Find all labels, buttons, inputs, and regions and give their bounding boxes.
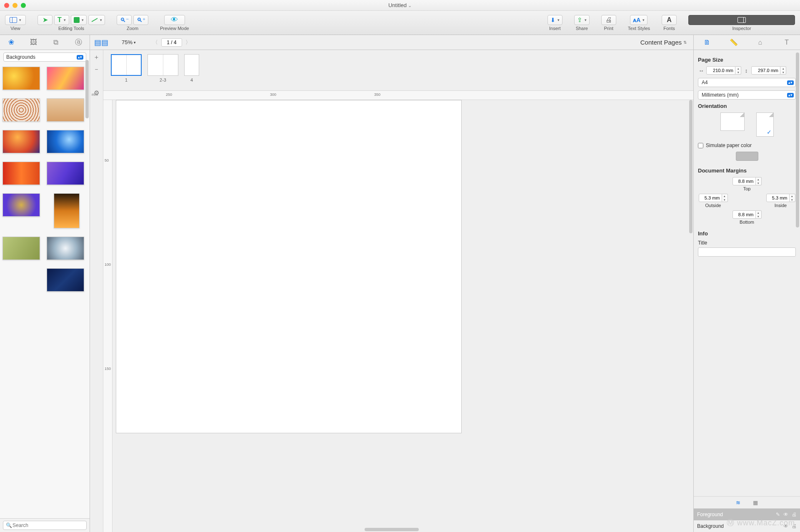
- margin-inside-label: Inside: [775, 203, 787, 208]
- edit-icon[interactable]: ✎: [776, 512, 780, 517]
- preview-button[interactable]: 👁: [164, 15, 185, 25]
- background-thumb[interactable]: [2, 162, 40, 185]
- page-thumb-2-3[interactable]: 2-3: [148, 54, 178, 82]
- layer-background[interactable]: Background 👁🖨: [694, 520, 800, 532]
- select-tool[interactable]: ➤: [38, 15, 52, 25]
- canvas-vertical-scrollbar[interactable]: [689, 100, 692, 233]
- inspector-tabs: 🗎 📏 ⌂ T: [693, 35, 800, 50]
- zoom-label: Zoom: [127, 26, 138, 31]
- page-canvas[interactable]: [116, 100, 462, 433]
- background-thumb[interactable]: [54, 193, 80, 228]
- fonts-button[interactable]: A: [662, 15, 677, 25]
- inspector-icon: [738, 17, 746, 23]
- page-viewport[interactable]: 50 100 150: [103, 100, 693, 532]
- zoom-in-button[interactable]: 🔍︎⁺: [133, 15, 148, 25]
- page-thumb-1[interactable]: 1: [111, 54, 142, 82]
- prev-page-button[interactable]: 〈: [152, 39, 158, 46]
- margin-top-field[interactable]: [732, 177, 756, 185]
- print-icon[interactable]: 🖨: [792, 512, 797, 517]
- view-button[interactable]: ▾: [5, 15, 26, 25]
- inspector-panel: Page Size ↔ ▴▾ ↕ ▴▾ A4▴▾ Millimeters (mm…: [693, 50, 800, 532]
- width-stepper[interactable]: ▴▾: [735, 66, 741, 75]
- simulate-paper-row[interactable]: Simulate paper color: [698, 142, 796, 148]
- line-icon: [92, 18, 98, 22]
- height-stepper[interactable]: ▴▾: [780, 66, 786, 75]
- paper-color-swatch[interactable]: [736, 152, 758, 161]
- background-thumb[interactable]: [47, 67, 84, 90]
- tab-glyphs[interactable]: ⓐ: [72, 36, 85, 49]
- add-page-button[interactable]: ＋: [93, 53, 100, 61]
- pages-type-dropdown[interactable]: Content Pages⇅: [640, 39, 687, 46]
- close-icon[interactable]: [4, 3, 9, 8]
- layers-tab[interactable]: ≋: [736, 500, 740, 506]
- margin-bottom-field[interactable]: [732, 210, 756, 219]
- text-icon: T: [58, 17, 62, 23]
- inspector-tab-ruler[interactable]: 📏: [728, 36, 740, 49]
- visibility-icon[interactable]: 👁: [783, 512, 788, 517]
- share-button[interactable]: ⇪▾: [574, 15, 590, 25]
- text-styles-label: Text Styles: [628, 26, 650, 31]
- layer-foreground[interactable]: Foreground ✎👁🖨: [694, 509, 800, 520]
- print-button[interactable]: 🖨: [601, 15, 616, 25]
- page-height-field[interactable]: [751, 66, 780, 75]
- orientation-landscape[interactable]: [720, 112, 745, 131]
- insert-label: Insert: [549, 26, 561, 31]
- insert-button[interactable]: ⬇▾: [548, 15, 562, 25]
- inspector-button[interactable]: [688, 15, 795, 25]
- background-thumb[interactable]: [47, 237, 84, 260]
- page-width-field[interactable]: [706, 66, 735, 75]
- spread-view-icon[interactable]: ▤▤: [94, 38, 108, 47]
- units-label: Millimeters (mm): [702, 92, 739, 98]
- background-thumb[interactable]: [2, 130, 40, 153]
- print-icon[interactable]: 🖨: [792, 523, 797, 529]
- background-thumb[interactable]: [2, 67, 40, 90]
- page-navigator: 〈 〉: [152, 38, 191, 47]
- zoom-out-button[interactable]: 🔍︎⁻: [117, 15, 132, 25]
- shape-tool[interactable]: ▾: [71, 15, 87, 25]
- background-thumb[interactable]: [2, 237, 40, 260]
- tab-images[interactable]: 🖼: [28, 36, 40, 49]
- simulate-paper-checkbox[interactable]: [698, 143, 703, 148]
- background-thumb[interactable]: [2, 193, 40, 217]
- margin-inside-stepper[interactable]: ▴▾: [790, 194, 795, 202]
- inspector-scrollbar[interactable]: [796, 52, 799, 227]
- maximize-icon[interactable]: [21, 3, 26, 8]
- page-thumb-4[interactable]: 4: [184, 54, 199, 82]
- margin-bottom-stepper[interactable]: ▴▾: [756, 210, 762, 219]
- canvas-horizontal-scrollbar[interactable]: [365, 528, 419, 531]
- inspector-tab-document[interactable]: 🗎: [701, 36, 713, 49]
- line-tool[interactable]: ▾: [88, 15, 105, 25]
- margin-top-stepper[interactable]: ▴▾: [756, 177, 762, 185]
- text-styles-button[interactable]: ᴀA▾: [630, 15, 648, 25]
- margin-outside-stepper[interactable]: ▴▾: [722, 194, 728, 202]
- background-thumb[interactable]: [47, 162, 84, 185]
- page-preset-select[interactable]: A4▴▾: [698, 78, 796, 87]
- margin-inside-field[interactable]: [766, 194, 790, 202]
- page-indicator-field[interactable]: [161, 38, 182, 47]
- search-input[interactable]: [3, 521, 87, 530]
- title-field[interactable]: [698, 247, 796, 257]
- sidebar-scrollbar[interactable]: [85, 60, 89, 517]
- inspector-tab-arrange[interactable]: ⌂: [754, 36, 766, 49]
- zoom-dropdown[interactable]: 75%▾: [122, 39, 136, 45]
- tab-shapes[interactable]: ⧉: [50, 36, 62, 49]
- minimize-icon[interactable]: [12, 3, 18, 8]
- print-group: 🖨 Print: [601, 15, 616, 31]
- units-select[interactable]: Millimeters (mm)▴▾: [698, 90, 796, 100]
- background-thumb[interactable]: [47, 130, 84, 153]
- download-icon: ⬇: [550, 17, 555, 23]
- background-thumb[interactable]: [47, 268, 84, 292]
- inspector-tab-text[interactable]: T: [780, 36, 793, 49]
- next-page-button[interactable]: 〉: [185, 39, 191, 46]
- orientation-portrait[interactable]: ✓: [756, 112, 774, 137]
- tab-cliparts[interactable]: ❀: [5, 36, 18, 49]
- window-title[interactable]: Untitled: [388, 2, 412, 8]
- remove-page-button[interactable]: －: [93, 65, 100, 73]
- background-thumb[interactable]: [2, 98, 40, 122]
- background-thumb[interactable]: [47, 98, 84, 122]
- visibility-icon[interactable]: 👁: [783, 523, 788, 529]
- text-tool[interactable]: T▾: [54, 15, 69, 25]
- sidebar-category-select[interactable]: Backgrounds ▴▾: [3, 52, 86, 62]
- margin-outside-field[interactable]: [699, 194, 722, 202]
- grid-tab[interactable]: ▦: [753, 500, 758, 506]
